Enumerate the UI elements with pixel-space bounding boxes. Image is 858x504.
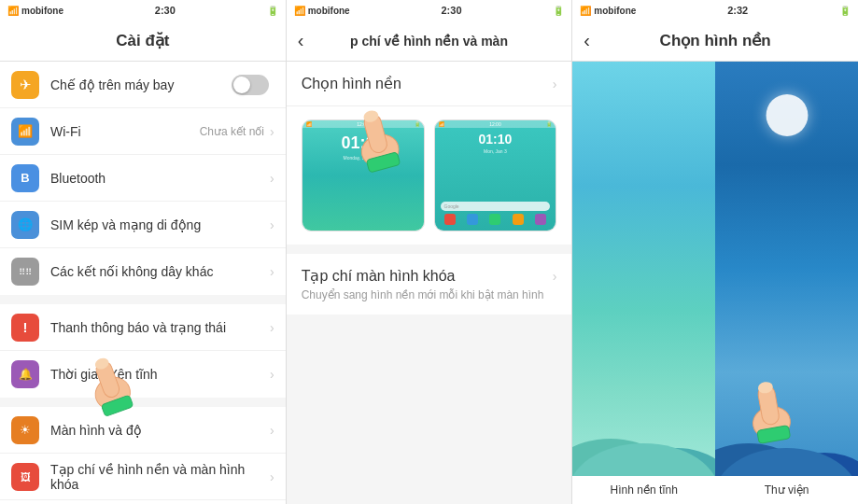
pm-app-icon-5 (535, 214, 546, 225)
wifi-value: Chưa kết nối (200, 125, 264, 138)
moon-label-bg: Thư viện (715, 476, 858, 504)
sound-item[interactable]: 🔊 Âm thanh và rung › (0, 500, 286, 504)
simcard-label: SIM kép và mạng di động (50, 217, 270, 232)
pm-app-icon-4 (513, 214, 524, 225)
display-chevron: › (270, 423, 274, 438)
choose-wallpaper-label: Chọn hình nền (302, 75, 553, 92)
quiettime-chevron: › (270, 367, 274, 382)
pm-time-1: 01:10 (302, 128, 424, 155)
signal-icon-2: 📶 (294, 6, 305, 16)
simcard-chevron: › (270, 217, 274, 232)
bluetooth-icon: B (11, 164, 39, 192)
quiettime-item[interactable]: 🔔 Thời gian Yên tĩnh › (0, 351, 286, 398)
choose-wallpaper-row[interactable]: Chọn hình nền › (287, 62, 572, 106)
sky-hills-svg (572, 401, 715, 476)
status-right-3: 🔋 (839, 6, 851, 16)
status-bar-1: 📶 mobifone 2:30 🔋 (0, 0, 286, 21)
display-label: Màn hình và độ (50, 423, 270, 438)
pm-date-1: Monday, January 1 (302, 155, 424, 161)
wifi-icon: 📶 (11, 118, 39, 146)
moon-wallpaper-thumb[interactable]: Thư viện (715, 62, 858, 504)
status-left-1: 📶 mobifone (7, 6, 63, 16)
otherwireless-item[interactable]: ⠿⠿ Các kết nối không dây khác › (0, 248, 286, 295)
pm-search: Google (441, 202, 551, 211)
otherwireless-label: Các kết nối không dây khác (50, 264, 270, 279)
pm-app-icon-3 (489, 214, 500, 225)
display-icon: ☀ (11, 416, 39, 444)
signal-icon-3: 📶 (580, 6, 591, 16)
wifi-item[interactable]: 📶 Wi-Fi Chưa kết nối › (0, 108, 286, 155)
status-left-3: 📶 mobifone (580, 6, 636, 16)
choose-wallpaper-chevron: › (553, 77, 557, 91)
choose-header: ‹ Chọn hình nền (572, 21, 858, 62)
otherwireless-icon: ⠿⠿ (11, 258, 39, 286)
back-button-2[interactable]: ‹ (298, 30, 304, 51)
lockscreen-preview[interactable]: 📶12:00🔋 01:10 Monday, January 1 (302, 119, 425, 231)
toggle-knob (233, 77, 250, 93)
status-left-2: 📶 mobifone (294, 6, 350, 16)
carrier-3: mobifone (594, 6, 636, 16)
battery-icon-3: 🔋 (839, 6, 851, 16)
otherwireless-chevron: › (270, 264, 274, 279)
wallpaper-previews: 📶12:00🔋 01:10 Monday, January 1 📶12:00🔋 … (287, 106, 572, 245)
status-right-2: 🔋 (553, 6, 564, 16)
pm-icons (435, 214, 556, 225)
connectivity-section: ✈ Chế độ trên máy bay 📶 Wi-Fi Chưa kết n… (0, 62, 286, 295)
quiettime-icon: 🔔 (11, 360, 39, 388)
moon-wallpaper-label: Thư viện (765, 483, 809, 497)
wallpaper-item-icon: 🖼 (11, 463, 39, 491)
status-bar-3: 📶 mobifone 2:32 🔋 (572, 0, 858, 21)
settings-title: Cài đặt (116, 31, 169, 50)
airplane-icon: ✈ (11, 71, 39, 99)
wifi-chevron: › (270, 124, 274, 139)
signal-icon-1: 📶 (7, 6, 19, 16)
notifications-chevron: › (270, 320, 274, 335)
pm-status-2: 📶12:00🔋 (435, 120, 556, 128)
pm-bottom-2: Google (435, 158, 556, 231)
notifications-label: Thanh thông báo và trạng thái (50, 320, 270, 335)
sky-wallpaper-label: Hình nền tĩnh (611, 483, 678, 497)
settings-list: ✈ Chế độ trên máy bay 📶 Wi-Fi Chưa kết n… (0, 62, 286, 504)
choose-wallpaper-panel: 📶 mobifone 2:32 🔋 ‹ Chọn hình nền (572, 0, 858, 504)
wifi-label: Wi-Fi (50, 124, 200, 139)
airplane-item[interactable]: ✈ Chế độ trên máy bay (0, 62, 286, 108)
battery-icon-1: 🔋 (267, 6, 278, 16)
wallpaper-grid-container: Hình nền tĩnh Thư viện (572, 62, 858, 504)
notifications-item[interactable]: ! Thanh thông báo và trạng thái › (0, 304, 286, 351)
sky-label-bg: Hình nền tĩnh (572, 476, 715, 504)
homescreen-preview[interactable]: 📶12:00🔋 01:10 Mon, Jan 3 Google (434, 119, 557, 231)
bluetooth-item[interactable]: B Bluetooth › (0, 155, 286, 202)
wallpaper-content: Chọn hình nền › 📶12:00🔋 01:10 Monday, Ja… (287, 62, 572, 504)
display-section: ☀ Màn hình và độ › 🖼 Tạp chí về hình nền… (0, 407, 286, 504)
system-section: ! Thanh thông báo và trạng thái › 🔔 Thời… (0, 304, 286, 398)
wallpaper-header: ‹ p chí về hình nền và màn (287, 21, 572, 62)
sky-wallpaper-thumb[interactable]: Hình nền tĩnh (572, 62, 715, 504)
status-bar-2: 📶 mobifone 2:30 🔋 (287, 0, 572, 21)
simcard-icon: 🌐 (11, 211, 39, 239)
simcard-item[interactable]: 🌐 SIM kép và mạng di động › (0, 202, 286, 248)
wallpaper-settings-panel: 📶 mobifone 2:30 🔋 ‹ p chí về hình nền và… (287, 0, 573, 504)
pm-date-2: Mon, Jan 3 (435, 148, 556, 154)
quiettime-label: Thời gian Yên tĩnh (50, 367, 270, 382)
display-item[interactable]: ☀ Màn hình và độ › (0, 407, 286, 454)
wallpaper-item-label: Tạp chí về hình nền và màn hình khóa (50, 462, 270, 492)
pm-app-icon-2 (467, 214, 478, 225)
wallpaper-item-chevron: › (270, 469, 274, 484)
lockscreen-mockup: 📶12:00🔋 01:10 Monday, January 1 (302, 120, 424, 231)
magazine-section[interactable]: Tạp chí màn hình khóa › Chuyển sang hình… (287, 254, 572, 315)
magazine-title: Tạp chí màn hình khóa › (302, 267, 557, 285)
airplane-label: Chế độ trên máy bay (50, 77, 232, 92)
wallpaper-item[interactable]: 🖼 Tạp chí về hình nền và màn hình khóa › (0, 454, 286, 500)
carrier-2: mobifone (308, 6, 350, 16)
time-1: 2:30 (155, 5, 176, 16)
sky-wallpaper-bg (572, 62, 715, 476)
pm-app-icon-1 (444, 214, 456, 225)
choose-header-title: Chọn hình nền (660, 31, 771, 50)
moon-wallpaper-bg (715, 62, 858, 476)
pm-status-1: 📶12:00🔋 (302, 120, 424, 128)
time-3: 2:32 (727, 5, 748, 16)
airplane-toggle[interactable] (232, 75, 269, 95)
magazine-subtitle: Chuyển sang hình nền mới mỗi khi bật màn… (302, 288, 557, 301)
time-2: 2:30 (441, 5, 461, 16)
back-button-3[interactable]: ‹ (584, 30, 590, 51)
